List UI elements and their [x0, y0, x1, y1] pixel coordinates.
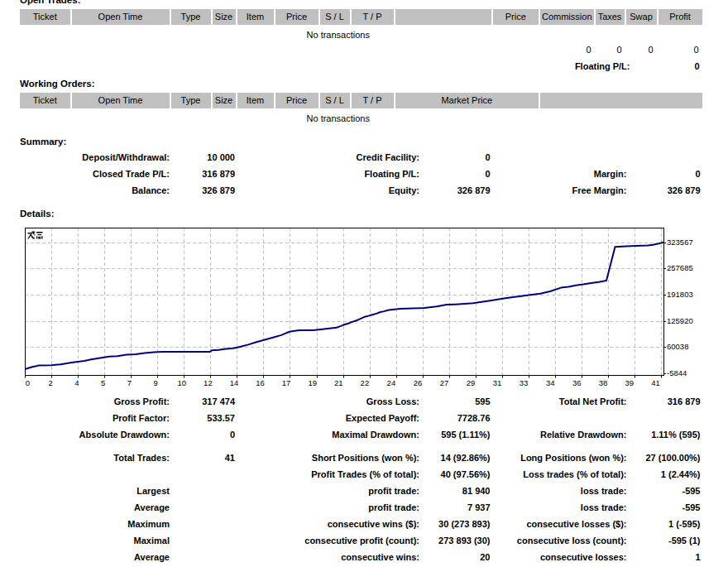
svg-text:16: 16	[256, 378, 265, 387]
svg-text:125920: 125920	[667, 316, 693, 325]
svg-text:191803: 191803	[667, 290, 693, 299]
svg-text:21: 21	[334, 378, 343, 387]
svg-text:26: 26	[414, 378, 423, 387]
svg-text:36: 36	[572, 378, 582, 387]
svg-text:-5844: -5844	[667, 368, 687, 377]
svg-text:2: 2	[48, 378, 52, 387]
svg-text:0: 0	[26, 378, 30, 387]
svg-text:31: 31	[493, 378, 502, 387]
svg-text:19: 19	[308, 378, 317, 387]
svg-text:7: 7	[127, 378, 132, 387]
svg-text:257685: 257685	[667, 263, 693, 272]
svg-text:17: 17	[282, 378, 291, 387]
svg-text:24: 24	[387, 378, 396, 387]
svg-text:27: 27	[440, 378, 449, 387]
svg-text:5: 5	[101, 378, 105, 387]
svg-text:323567: 323567	[667, 238, 693, 247]
svg-text:10: 10	[178, 378, 187, 387]
svg-text:41: 41	[651, 378, 660, 387]
svg-text:29: 29	[467, 378, 476, 387]
svg-text:60038: 60038	[667, 342, 688, 351]
svg-text:33: 33	[520, 378, 529, 387]
svg-text:38: 38	[599, 378, 608, 387]
svg-text:39: 39	[625, 378, 635, 387]
svg-text:34: 34	[546, 378, 555, 387]
svg-text:4: 4	[74, 378, 79, 387]
svg-text:9: 9	[154, 378, 158, 387]
svg-text:12: 12	[204, 378, 213, 387]
svg-text:14: 14	[230, 378, 239, 387]
svg-text:22: 22	[361, 378, 370, 387]
